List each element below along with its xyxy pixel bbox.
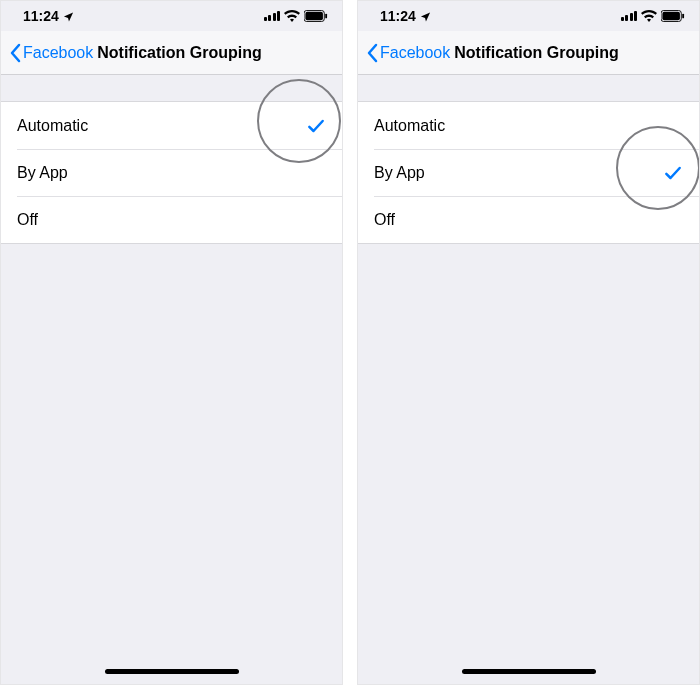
home-indicator[interactable] [105,669,239,674]
back-label: Facebook [23,44,93,62]
status-time: 11:24 [380,8,416,24]
option-by-app[interactable]: By App [1,149,342,196]
check-icon [306,116,326,136]
location-icon [420,11,431,22]
back-button[interactable]: Facebook [366,43,450,63]
option-off[interactable]: Off [358,196,699,243]
svg-rect-5 [682,14,684,19]
option-label: Off [374,211,395,229]
status-bar: 11:24 [358,1,699,31]
option-automatic[interactable]: Automatic [1,102,342,149]
status-time: 11:24 [23,8,59,24]
option-label: By App [17,164,68,182]
option-label: Automatic [374,117,445,135]
option-label: Automatic [17,117,88,135]
grouping-options-list: Automatic By App Off [358,101,699,244]
nav-bar: Facebook Notification Grouping [358,31,699,75]
location-icon [63,11,74,22]
wifi-icon [284,10,300,22]
option-by-app[interactable]: By App [358,149,699,196]
chevron-left-icon [366,43,378,63]
grouping-options-list: Automatic By App Off [1,101,342,244]
wifi-icon [641,10,657,22]
option-label: By App [374,164,425,182]
svg-rect-4 [662,12,680,20]
svg-rect-1 [305,12,323,20]
page-title: Notification Grouping [454,44,618,62]
battery-icon [661,10,685,22]
option-automatic[interactable]: Automatic [358,102,699,149]
option-off[interactable]: Off [1,196,342,243]
back-button[interactable]: Facebook [9,43,93,63]
page-title: Notification Grouping [97,44,261,62]
phone-screen-right: 11:24 Facebook Notification Grouping Aut… [357,0,700,685]
cell-signal-icon [264,11,281,21]
status-bar: 11:24 [1,1,342,31]
svg-rect-2 [325,14,327,19]
back-label: Facebook [380,44,450,62]
option-label: Off [17,211,38,229]
check-icon [663,163,683,183]
battery-icon [304,10,328,22]
nav-bar: Facebook Notification Grouping [1,31,342,75]
chevron-left-icon [9,43,21,63]
cell-signal-icon [621,11,638,21]
phone-screen-left: 11:24 Facebook Notification Grouping Aut… [0,0,343,685]
home-indicator[interactable] [462,669,596,674]
